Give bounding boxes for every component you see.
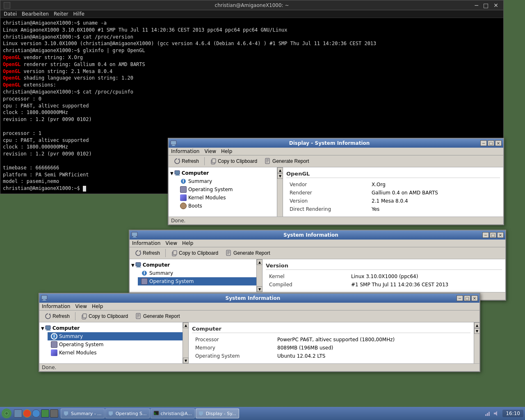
tree-expand-icon-mid[interactable]: ▼ — [131, 263, 135, 267]
front-report-button[interactable]: Generate Report — [132, 312, 183, 321]
table-row: Vendor X.Org — [286, 180, 500, 189]
svg-rect-44 — [110, 415, 112, 415]
middle-maximize[interactable]: □ — [490, 232, 496, 238]
terminal-line-opengl: OpenGL vendor string: X.Org — [3, 54, 501, 61]
front-maximize[interactable]: □ — [464, 295, 470, 301]
quick-launch-icon-3[interactable] — [32, 409, 40, 418]
terminal-line-opengl: OpenGL renderer string: Gallium 0.4 on A… — [3, 61, 501, 68]
display-menu-help[interactable]: Help — [221, 148, 232, 154]
front-menu-help[interactable]: Help — [92, 304, 103, 309]
report-icon-front — [135, 313, 142, 320]
display-tree-computer-group[interactable]: ▼ Computer — [169, 169, 277, 177]
svg-rect-49 — [485, 414, 486, 416]
quick-launch-icon-2[interactable] — [23, 409, 31, 418]
front-tree-computer-group[interactable]: ▼ Computer — [39, 324, 183, 332]
taskbar-app-summary[interactable]: Summary - ... — [61, 409, 105, 418]
tree-expand-icon[interactable]: ▼ — [170, 171, 173, 176]
display-maximize[interactable]: □ — [488, 140, 494, 146]
middle-menu-info[interactable]: Information — [132, 240, 160, 246]
quick-launch-icon-4[interactable] — [41, 409, 49, 418]
front-tree-summary-label: Summary — [59, 333, 83, 339]
terminal-controls: ─ □ ✕ — [473, 2, 500, 9]
display-window-icon — [170, 140, 178, 146]
content-scroll-down[interactable]: ▼ — [474, 328, 480, 334]
taskbar-app-os[interactable]: Operating S... — [105, 409, 150, 418]
display-report-button[interactable]: Generate Report — [262, 157, 312, 166]
display-copy-button[interactable]: Copy to Clipboard — [207, 157, 260, 166]
middle-scrollbar[interactable]: ▲ ▼ — [257, 259, 262, 292]
middle-menu-view[interactable]: View — [165, 240, 177, 246]
display-tree-summary[interactable]: Summary — [177, 177, 277, 185]
front-window: System Information ─ □ ✕ Information Vie… — [39, 293, 480, 372]
front-content-panel: Computer Processor PowerPC PA6T, altivec… — [189, 322, 474, 363]
terminal-line: Linux version 3.10.0X1000 (christian@Ami… — [3, 40, 501, 47]
svg-rect-23 — [136, 262, 141, 266]
display-minimize[interactable]: ─ — [480, 140, 487, 146]
display-menu-info[interactable]: Information — [171, 148, 199, 154]
maximize-button[interactable]: □ — [482, 2, 490, 9]
middle-refresh-button[interactable]: Refresh — [132, 249, 163, 258]
menu-bearbeiten[interactable]: Bearbeiten — [22, 11, 49, 17]
display-tree-boots[interactable]: Boots — [177, 202, 277, 210]
app-icon-terminal: $_ — [153, 411, 159, 416]
front-tree-kernel[interactable]: Kernel Modules — [48, 349, 183, 357]
svg-rect-24 — [137, 266, 140, 267]
quick-launch — [14, 409, 58, 418]
front-status-bar: Done. — [39, 363, 479, 371]
front-tree-kernel-label: Kernel Modules — [59, 350, 96, 356]
display-window-title: Display - System Information — [178, 140, 480, 146]
middle-scroll-down[interactable]: ▼ — [257, 286, 262, 292]
middle-copy-button[interactable]: Copy to Clipboard — [168, 249, 221, 258]
middle-report-button[interactable]: Generate Report — [223, 249, 273, 258]
front-minimize[interactable]: ─ — [457, 295, 463, 301]
front-close[interactable]: ✕ — [471, 295, 478, 301]
start-button[interactable] — [2, 409, 11, 418]
minimize-button[interactable]: ─ — [473, 2, 480, 9]
terminal-line: processor : 0 — [3, 96, 501, 103]
quick-launch-icon-5[interactable] — [50, 409, 58, 418]
tree-expand-icon-front[interactable]: ▼ — [41, 326, 44, 331]
middle-minimize[interactable]: ─ — [482, 232, 489, 238]
terminal-line: revision : 1.2 (pvr 0090 0102) — [3, 116, 501, 123]
front-tree-os[interactable]: Operating System — [48, 340, 183, 349]
middle-tree-summary[interactable]: Summary — [138, 269, 256, 277]
display-tree-os[interactable]: Operating System — [177, 185, 277, 194]
display-refresh-button[interactable]: Refresh — [171, 157, 202, 166]
svg-rect-28 — [42, 300, 46, 301]
quick-launch-icon-1[interactable] — [14, 409, 22, 418]
middle-tree-os[interactable]: Operating System — [138, 277, 256, 285]
svg-rect-0 — [171, 141, 176, 145]
svg-rect-50 — [487, 413, 488, 416]
scroll-up-btn[interactable]: ▲ — [277, 167, 283, 173]
middle-menu-help[interactable]: Help — [182, 240, 193, 246]
menu-reiter[interactable]: Reiter — [54, 11, 68, 17]
menu-hilfe[interactable]: Hilfe — [73, 11, 84, 17]
front-menu-view[interactable]: View — [75, 304, 87, 309]
middle-scroll-up[interactable]: ▲ — [257, 259, 262, 265]
close-button[interactable]: ✕ — [492, 2, 500, 9]
front-scroll-down[interactable]: ▼ — [183, 358, 189, 363]
terminal-line: Linux AmigaoneX1000 3.10.0X1000 #1 SMP T… — [3, 27, 501, 34]
display-tree-kernel[interactable]: Kernel Modules — [177, 194, 277, 202]
content-scrollbar[interactable]: ▲ ▼ — [474, 322, 479, 363]
summary-icon-mid — [141, 270, 148, 276]
scroll-down-btn[interactable]: ▼ — [277, 173, 283, 179]
front-refresh-button[interactable]: Refresh — [42, 312, 73, 321]
display-menu-view[interactable]: View — [204, 148, 216, 154]
front-status-text: Done. — [42, 365, 56, 370]
taskbar-app-terminal[interactable]: $_ christian@A... — [151, 409, 195, 418]
front-scroll-up[interactable]: ▲ — [183, 322, 189, 328]
front-menu-info[interactable]: Information — [42, 304, 70, 309]
value-compiled: #1 SMP Thu Jul 11 14:20:36 CEST 2013 — [348, 281, 502, 289]
middle-close[interactable]: ✕ — [497, 232, 504, 238]
content-scroll-up[interactable]: ▲ — [474, 322, 480, 328]
terminal-line-opengl: OpenGL version string: 2.1 Mesa 8.0.4 — [3, 68, 501, 75]
front-copy-button[interactable]: Copy to Clipboard — [78, 312, 131, 321]
front-scrollbar[interactable]: ▲ ▼ — [183, 322, 189, 363]
taskbar-app-display[interactable]: Display - Sy... — [196, 409, 239, 418]
display-close[interactable]: ✕ — [495, 140, 502, 146]
tree-scrollbar[interactable]: ▲ ▼ — [277, 167, 283, 217]
middle-tree-computer-group[interactable]: ▼ Computer — [130, 261, 256, 269]
menu-datei[interactable]: Datei — [4, 11, 17, 17]
front-tree-summary[interactable]: Summary — [48, 332, 183, 340]
